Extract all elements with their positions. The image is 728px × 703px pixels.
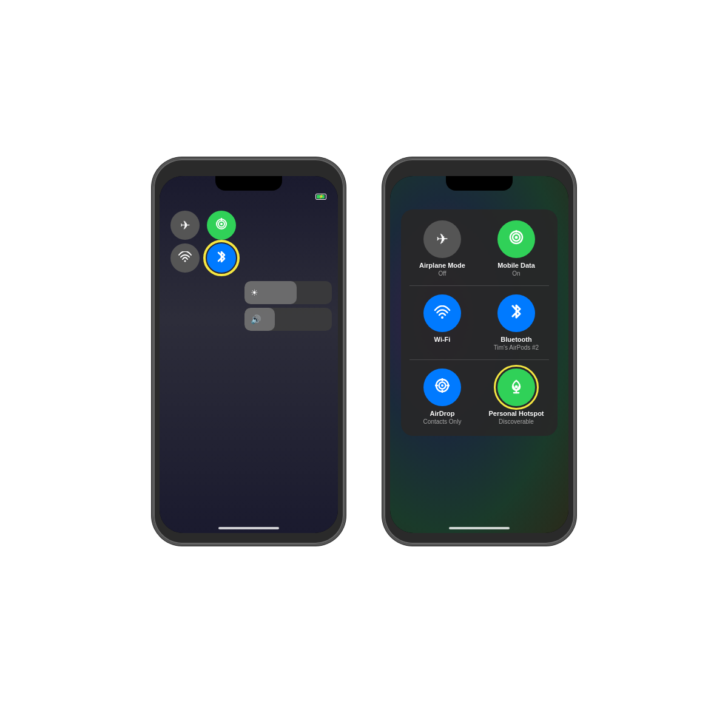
airplane-mode-sublabel: Off (438, 270, 446, 277)
airdrop-sublabel: Contacts Only (423, 418, 462, 425)
phone-1: vodafone 4G VPN ⏰ 🔒 ↑ 🎧 100% ⚡ (152, 157, 346, 546)
hotspot-circle (497, 368, 535, 406)
wifi-circle (423, 294, 461, 332)
cellular-btn[interactable] (207, 211, 236, 240)
battery-indicator: ⚡ (315, 194, 328, 200)
cellular-icon (215, 217, 228, 233)
bluetooth-circle (497, 294, 535, 332)
phone-1-screen: vodafone 4G VPN ⏰ 🔒 ↑ 🎧 100% ⚡ (160, 176, 338, 533)
airplane-mode-icon: ✈ (436, 231, 448, 248)
main-container: vodafone 4G VPN ⏰ 🔒 ↑ 🎧 100% ⚡ (0, 0, 728, 703)
wifi-label: Wi-Fi (434, 336, 451, 343)
airplane-mode-label: Airplane Mode (419, 262, 465, 269)
notch-2 (446, 176, 513, 191)
svg-point-33 (441, 384, 443, 387)
home-bar-1 (218, 527, 279, 529)
volume-icon: 🔊 (251, 314, 261, 324)
bluetooth-item-icon (511, 303, 522, 324)
mobile-data-circle (497, 220, 535, 258)
wifi-item[interactable]: Wi-Fi (410, 294, 475, 351)
svg-point-4 (184, 260, 186, 262)
airdrop-label: AirDrop (430, 410, 455, 417)
mobile-data-label: Mobile Data (497, 262, 535, 269)
phone-2-screen: ✈ Airplane Mode Off (390, 176, 568, 533)
svg-point-28 (515, 236, 518, 239)
bluetooth-item[interactable]: Bluetooth Tim's AirPods #2 (484, 294, 549, 351)
home-bar-2 (449, 527, 510, 529)
brightness-slider[interactable]: ☀ (244, 281, 332, 304)
bluetooth-label: Bluetooth (500, 336, 531, 343)
network-divider-2 (410, 359, 549, 360)
mobile-data-sublabel: On (512, 270, 520, 277)
phone-2: ✈ Airplane Mode Off (382, 157, 576, 546)
mobile-data-item[interactable]: Mobile Data On (484, 220, 549, 277)
airplane-icon: ✈ (180, 218, 190, 233)
hotspot-sublabel: Discoverable (499, 418, 534, 425)
brightness-icon: ☀ (251, 288, 258, 297)
network-menu: ✈ Airplane Mode Off (401, 209, 558, 436)
svg-point-38 (515, 385, 518, 388)
airplane-mode-btn[interactable]: ✈ (170, 211, 200, 240)
mobile-data-icon (508, 229, 525, 250)
battery-body: ⚡ (315, 194, 326, 200)
airplane-mode-item[interactable]: ✈ Airplane Mode Off (410, 220, 475, 277)
bluetooth-icon (217, 250, 226, 267)
svg-point-2 (220, 223, 223, 225)
bluetooth-btn[interactable] (207, 243, 236, 273)
hotspot-label: Personal Hotspot (488, 410, 544, 417)
airdrop-item[interactable]: AirDrop Contacts Only (410, 368, 475, 425)
battery-bolt: ⚡ (318, 194, 324, 199)
notch-1 (215, 176, 282, 191)
wifi-item-icon (434, 304, 451, 323)
airdrop-circle (423, 368, 461, 406)
network-divider-1 (410, 285, 549, 286)
wifi-btn[interactable] (170, 243, 200, 273)
airdrop-icon (434, 377, 451, 398)
wifi-icon (178, 251, 192, 265)
bluetooth-sublabel: Tim's AirPods #2 (494, 344, 539, 351)
hotspot-item[interactable]: Personal Hotspot Discoverable (484, 368, 549, 425)
volume-slider[interactable]: 🔊 (244, 308, 332, 331)
hotspot-icon (508, 377, 525, 398)
svg-point-30 (441, 316, 443, 319)
airplane-mode-circle: ✈ (423, 220, 461, 258)
